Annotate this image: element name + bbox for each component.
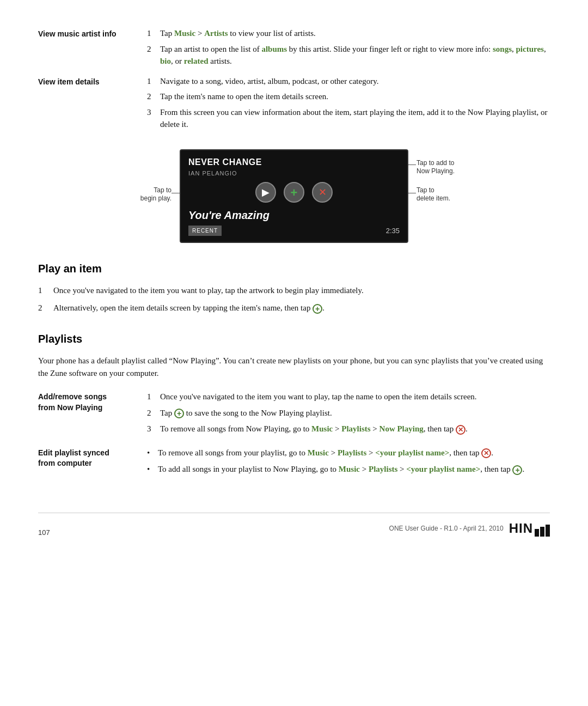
- playlists-heading: Playlists: [38, 331, 550, 347]
- detail-step-1: 1 Navigate to a song, video, artist, alb…: [147, 75, 550, 88]
- play-step-2: 2 Alternatively, open the item details s…: [38, 302, 550, 314]
- bar2: [540, 527, 544, 537]
- add-remove-label: Add/remove songs from Now Playing: [38, 391, 147, 439]
- view-item-details-label: View item details: [38, 75, 147, 134]
- step-text: Tap Music > Artists to view your list of…: [160, 27, 550, 40]
- add-remove-section: Add/remove songs from Now Playing 1 Once…: [38, 391, 550, 439]
- playlists-link: Playlists: [369, 465, 397, 473]
- your-playlist-link: <your playlist name>: [406, 465, 480, 473]
- device-tag: RECENT: [188, 226, 222, 236]
- circle-plus-icon: +: [174, 409, 184, 418]
- songs-link: songs: [493, 45, 512, 53]
- albums-link: albums: [261, 45, 287, 53]
- view-item-details-content: 1 Navigate to a song, video, artist, alb…: [147, 75, 550, 134]
- circle-plus-icon: +: [313, 304, 322, 314]
- bar1: [535, 529, 539, 537]
- bullet-icon: •: [147, 463, 154, 476]
- device-song-title: NEVER CHANGE: [188, 156, 262, 169]
- your-playlist-link: <your playlist name>: [375, 448, 449, 457]
- edit-playlist-label: Edit playlist synced from computer: [38, 447, 147, 480]
- detail-step-3: 3 From this screen you can view informat…: [147, 106, 550, 131]
- logo-text: HIN: [509, 519, 533, 538]
- now-playing-link: Now Playing: [379, 424, 424, 433]
- device-wrap: Tap tobegin play. NEVER CHANGE IAN PELAN…: [180, 149, 408, 243]
- device-screen: NEVER CHANGE IAN PELANGIO ▶ + ✕ You're A…: [180, 149, 408, 243]
- circle-x-icon: ✕: [456, 425, 465, 435]
- device-screenshot-container: Tap tobegin play. NEVER CHANGE IAN PELAN…: [38, 149, 550, 243]
- related-link: related: [184, 57, 209, 65]
- playlists-link: Playlists: [338, 448, 366, 457]
- edit-playlist-bullet-1: • To remove all songs from your playlist…: [147, 447, 550, 459]
- step-num: 2: [147, 407, 156, 419]
- step-text: Tap the item's name to open the item det…: [160, 90, 550, 103]
- edit-playlist-bullet-2: • To add all songs in your playlist to N…: [147, 463, 550, 476]
- view-music-artist-content: 1 Tap Music > Artists to view your list …: [147, 27, 550, 71]
- device-track-name: You're Amazing: [188, 207, 400, 223]
- playlists-description: Your phone has a default playlist called…: [38, 355, 550, 380]
- view-music-artist-section: View music artist info 1 Tap Music > Art…: [38, 27, 550, 71]
- circle-x-icon: ✕: [481, 448, 491, 458]
- music-link: Music: [308, 448, 329, 457]
- step-num: 3: [147, 106, 156, 131]
- device-top-bar: NEVER CHANGE IAN PELANGIO: [188, 156, 400, 178]
- play-step-1: 1 Once you've navigated to the item you …: [38, 284, 550, 297]
- playlists-link: Playlists: [341, 424, 370, 433]
- add-remove-step-2: 2 Tap + to save the song to the Now Play…: [147, 407, 550, 419]
- pictures-link: pictures: [516, 45, 544, 53]
- callout-begin-play: Tap tobegin play.: [109, 186, 171, 203]
- step-num: 1: [147, 75, 156, 88]
- step-1: 1 Tap Music > Artists to view your list …: [147, 27, 550, 40]
- step-text: To remove all songs from Now Playing, go…: [160, 423, 468, 435]
- step-num: 1: [38, 284, 48, 297]
- step-num: 2: [147, 43, 156, 68]
- artists-link: Artists: [204, 29, 228, 38]
- logo-bars: [535, 525, 550, 537]
- guide-text: ONE User Guide - R1.0 - April 21, 2010: [389, 524, 504, 533]
- step-2: 2 Tap an artist to open the list of albu…: [147, 43, 550, 68]
- edit-playlist-section: Edit playlist synced from computer • To …: [38, 447, 550, 480]
- music-link: Music: [311, 424, 333, 433]
- circle-plus-icon: +: [512, 465, 522, 475]
- view-item-details-section: View item details 1 Navigate to a song, …: [38, 75, 550, 134]
- add-remove-step-3: 3 To remove all songs from Now Playing, …: [147, 423, 550, 435]
- view-music-artist-label: View music artist info: [38, 27, 147, 71]
- step-num: 2: [38, 302, 48, 314]
- device-title-block: NEVER CHANGE IAN PELANGIO: [188, 156, 262, 178]
- detail-step-2: 2 Tap the item's name to open the item d…: [147, 90, 550, 103]
- device-bottom-bar: RECENT 2:35: [188, 226, 400, 236]
- bullet-text: To remove all songs from your playlist, …: [158, 447, 493, 459]
- step-num: 3: [147, 423, 156, 435]
- hin-logo: HIN: [509, 519, 550, 538]
- step-text: Tap an artist to open the list of albums…: [160, 43, 550, 68]
- step-text: Once you've navigated to the item you wa…: [160, 391, 477, 403]
- bar3: [546, 525, 550, 537]
- callout-line-right-top: [408, 165, 416, 165]
- device-artist: IAN PELANGIO: [188, 169, 262, 178]
- callout-add-now-playing: Tap to add toNow Playing.: [416, 159, 504, 176]
- music-link: Music: [174, 29, 195, 38]
- footer-info: ONE User Guide - R1.0 - April 21, 2010 H…: [389, 519, 550, 538]
- bullet-text: To add all songs in your playlist to Now…: [158, 463, 524, 476]
- step-text: From this screen you can view informatio…: [160, 106, 550, 131]
- device-controls: ▶ + ✕: [188, 182, 400, 203]
- music-link: Music: [339, 465, 360, 473]
- page-number: 107: [38, 527, 50, 538]
- play-an-item-list: 1 Once you've navigated to the item you …: [38, 284, 550, 314]
- step-num: 2: [147, 90, 156, 103]
- step-text: Alternatively, open the item details scr…: [53, 302, 324, 314]
- add-to-now-playing-button[interactable]: +: [284, 182, 304, 203]
- delete-item-button[interactable]: ✕: [312, 182, 333, 203]
- step-num: 1: [147, 27, 156, 40]
- callout-line-right-bottom: [408, 193, 416, 193]
- bullet-icon: •: [147, 447, 154, 459]
- callout-delete-item: Tap todelete item.: [416, 186, 504, 203]
- bio-link: bio: [160, 57, 171, 65]
- play-button[interactable]: ▶: [255, 182, 276, 203]
- play-an-item-heading: Play an item: [38, 260, 550, 277]
- step-text: Once you've navigated to the item you wa…: [53, 284, 364, 297]
- device-time: 2:35: [386, 226, 400, 236]
- step-text: Navigate to a song, video, artist, album…: [160, 75, 550, 88]
- add-remove-content: 1 Once you've navigated to the item you …: [147, 391, 550, 439]
- step-text: Tap + to save the song to the Now Playin…: [160, 407, 332, 419]
- step-num: 1: [147, 391, 156, 403]
